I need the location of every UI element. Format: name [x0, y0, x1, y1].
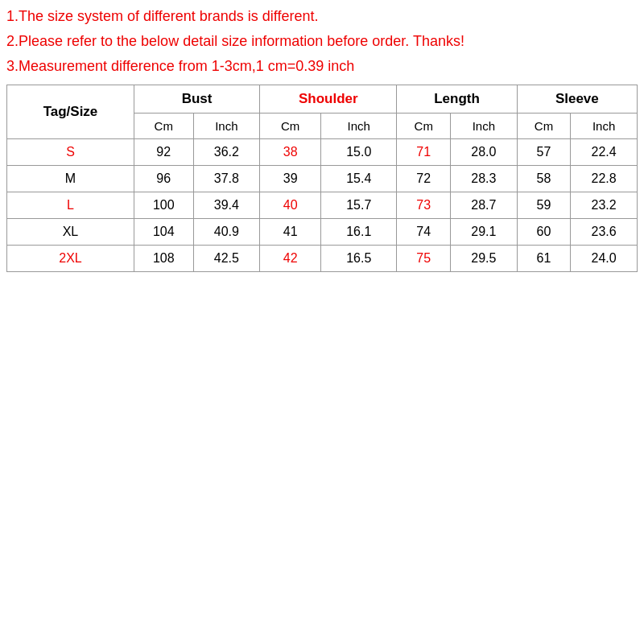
table-cell: 40.9 [193, 219, 260, 246]
subheader-length-inch: Inch [451, 114, 518, 139]
table-row: 2XL10842.54216.57529.56124.0 [7, 246, 638, 272]
table-cell: 2XL [7, 246, 134, 272]
table-cell: 37.8 [193, 166, 260, 192]
table-cell: 42.5 [193, 246, 260, 272]
subheader-sleeve-cm: Cm [517, 114, 571, 139]
table-cell: 61 [517, 246, 571, 272]
table-cell: M [7, 166, 134, 192]
table-cell: 28.0 [451, 139, 518, 166]
table-cell: 36.2 [193, 139, 260, 166]
notice-2: 2.Please refer to the below detail size … [6, 33, 638, 50]
table-cell: 72 [397, 166, 451, 192]
table-cell: 29.5 [451, 246, 518, 272]
table-cell: XL [7, 219, 134, 246]
table-cell: 96 [134, 166, 193, 192]
table-cell: 59 [517, 192, 571, 219]
table-cell: 74 [397, 219, 451, 246]
subheader-bust-inch: Inch [193, 114, 260, 139]
table-row: S9236.23815.07128.05722.4 [7, 139, 638, 166]
table-cell: 92 [134, 139, 193, 166]
col-bust: Bust [134, 85, 259, 114]
table-cell: 22.8 [571, 166, 638, 192]
subheader-sleeve-inch: Inch [571, 114, 638, 139]
table-body: S9236.23815.07128.05722.4M9637.83915.472… [7, 139, 638, 272]
table-cell: 38 [260, 139, 321, 166]
col-tag-size: Tag/Size [7, 85, 134, 139]
table-cell: 104 [134, 219, 193, 246]
notice-3: 3.Measurement difference from 1-3cm,1 cm… [6, 58, 638, 75]
table-cell: 57 [517, 139, 571, 166]
table-cell: 42 [260, 246, 321, 272]
table-row: XL10440.94116.17429.16023.6 [7, 219, 638, 246]
notice-section: 1.The size system of different brands is… [6, 8, 638, 75]
table-cell: L [7, 192, 134, 219]
subheader-shoulder-cm: Cm [260, 114, 321, 139]
table-cell: 15.7 [321, 192, 397, 219]
table-cell: 60 [517, 219, 571, 246]
page: 1.The size system of different brands is… [0, 0, 644, 644]
col-sleeve: Sleeve [517, 85, 637, 114]
table-row: L10039.44015.77328.75923.2 [7, 192, 638, 219]
table-cell: 41 [260, 219, 321, 246]
table-cell: S [7, 139, 134, 166]
table-cell: 108 [134, 246, 193, 272]
subheader-length-cm: Cm [397, 114, 451, 139]
table-cell: 23.6 [571, 219, 638, 246]
table-header-row-1: Tag/Size Bust Shoulder Length Sleeve [7, 85, 638, 114]
table-cell: 73 [397, 192, 451, 219]
notice-1: 1.The size system of different brands is… [6, 8, 638, 25]
table-row: M9637.83915.47228.35822.8 [7, 166, 638, 192]
table-cell: 15.4 [321, 166, 397, 192]
table-cell: 16.1 [321, 219, 397, 246]
table-cell: 24.0 [571, 246, 638, 272]
table-cell: 71 [397, 139, 451, 166]
table-cell: 15.0 [321, 139, 397, 166]
table-cell: 29.1 [451, 219, 518, 246]
table-cell: 39 [260, 166, 321, 192]
size-table: Tag/Size Bust Shoulder Length Sleeve Cm … [6, 85, 638, 272]
subheader-shoulder-inch: Inch [321, 114, 397, 139]
table-cell: 16.5 [321, 246, 397, 272]
col-shoulder: Shoulder [260, 85, 397, 114]
table-cell: 22.4 [571, 139, 638, 166]
table-cell: 58 [517, 166, 571, 192]
table-cell: 39.4 [193, 192, 260, 219]
table-cell: 28.3 [451, 166, 518, 192]
table-cell: 100 [134, 192, 193, 219]
col-length: Length [397, 85, 517, 114]
table-cell: 28.7 [451, 192, 518, 219]
table-cell: 40 [260, 192, 321, 219]
table-cell: 75 [397, 246, 451, 272]
subheader-bust-cm: Cm [134, 114, 193, 139]
table-cell: 23.2 [571, 192, 638, 219]
